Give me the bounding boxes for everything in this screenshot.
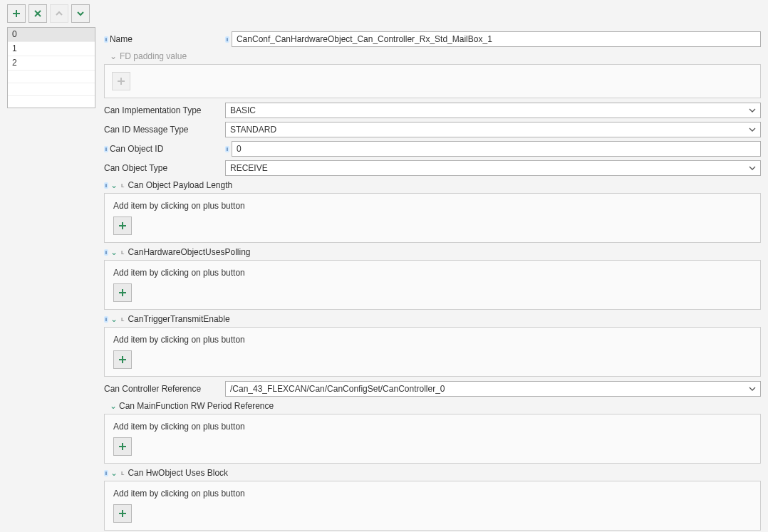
add-uses-polling-button[interactable] <box>113 283 132 302</box>
uses-polling-label: CanHardwareObjectUsesPolling <box>128 247 250 257</box>
add-uses-block-button[interactable] <box>113 504 132 523</box>
info-icon: i <box>104 316 108 323</box>
controller-ref-select[interactable]: /Can_43_FLEXCAN/Can/CanConfigSet/CanCont… <box>225 381 761 397</box>
chevron-down-icon[interactable]: ⌄ <box>110 180 118 190</box>
info-icon: i <box>104 182 108 189</box>
plus-icon <box>118 221 127 230</box>
remove-button[interactable] <box>28 4 47 23</box>
add-item-hint: Add item by clicking on plus button <box>113 335 753 345</box>
add-item-hint: Add item by clicking on plus button <box>113 489 753 499</box>
form-area: i Name i ⌄ FD padding value Can Implemen… <box>104 27 761 532</box>
info-icon: i <box>225 146 229 152</box>
object-id-label: Can Object ID <box>110 144 163 154</box>
chevron-down-icon[interactable]: ⌄ <box>110 247 118 257</box>
payload-len-box: Add item by clicking on plus button <box>104 193 761 243</box>
add-button[interactable] <box>7 4 26 23</box>
object-type-select[interactable]: RECEIVE <box>225 160 761 176</box>
list-item[interactable]: 0 <box>8 28 95 42</box>
link-icon: L <box>120 182 125 189</box>
object-id-input[interactable] <box>232 141 761 157</box>
list-toolbar <box>7 4 761 23</box>
mainfunc-ref-box: Add item by clicking on plus button <box>104 414 761 464</box>
chevron-down-icon[interactable]: ⌄ <box>110 51 117 61</box>
info-icon: i <box>104 36 108 43</box>
chevron-up-icon <box>54 9 64 19</box>
plus-icon <box>118 288 127 297</box>
impl-type-select[interactable]: BASIC <box>225 103 761 118</box>
info-icon: i <box>225 36 229 43</box>
trigger-tx-box: Add item by clicking on plus button <box>104 327 761 377</box>
plus-icon <box>118 509 127 518</box>
add-item-hint: Add item by clicking on plus button <box>113 268 753 278</box>
add-mainfunc-ref-button[interactable] <box>113 437 132 456</box>
add-item-hint: Add item by clicking on plus button <box>113 422 753 432</box>
plus-icon <box>11 9 21 19</box>
add-trigger-tx-button[interactable] <box>113 350 132 369</box>
payload-len-label: Can Object Payload Length <box>128 180 232 190</box>
info-icon: i <box>104 249 108 256</box>
list-item-empty <box>8 96 95 108</box>
id-msg-type-label: Can ID Message Type <box>104 125 189 135</box>
impl-type-label: Can Implementation Type <box>104 105 202 115</box>
list-item[interactable]: 1 <box>8 42 95 56</box>
add-fd-padding-button <box>112 72 130 90</box>
add-payload-len-button[interactable] <box>113 217 132 235</box>
object-type-label: Can Object Type <box>104 163 167 173</box>
uses-polling-box: Add item by clicking on plus button <box>104 260 761 310</box>
info-icon: i <box>104 146 108 152</box>
move-down-button[interactable] <box>71 4 90 23</box>
chevron-down-icon <box>76 9 85 19</box>
link-icon: L <box>120 470 125 476</box>
uses-block-label: Can HwObject Uses Block <box>128 468 228 478</box>
link-icon: L <box>120 249 125 256</box>
chevron-down-icon[interactable]: ⌄ <box>110 401 117 411</box>
plus-icon <box>118 355 127 364</box>
id-msg-type-select[interactable]: STANDARD <box>225 122 761 137</box>
info-icon: i <box>104 470 108 476</box>
link-icon: L <box>120 316 125 323</box>
name-label: Name <box>110 34 133 44</box>
add-item-hint: Add item by clicking on plus button <box>113 201 753 211</box>
trigger-tx-label: CanTriggerTransmitEnable <box>128 314 229 324</box>
name-input[interactable] <box>232 31 761 47</box>
x-icon <box>33 9 43 19</box>
fd-padding-label: FD padding value <box>120 51 187 61</box>
index-list[interactable]: 0 1 2 <box>7 27 95 108</box>
chevron-down-icon[interactable]: ⌄ <box>110 468 118 478</box>
chevron-down-icon[interactable]: ⌄ <box>110 314 118 324</box>
fd-padding-box <box>104 64 761 98</box>
move-up-button <box>50 4 68 23</box>
uses-block-box: Add item by clicking on plus button <box>104 481 761 531</box>
controller-ref-label: Can Controller Reference <box>104 384 201 394</box>
list-item-empty <box>8 71 95 83</box>
plus-icon <box>117 77 125 85</box>
list-item[interactable]: 2 <box>8 56 95 71</box>
plus-icon <box>118 442 127 451</box>
mainfunc-ref-label: Can MainFunction RW Period Reference <box>119 401 274 411</box>
list-item-empty <box>8 83 95 96</box>
